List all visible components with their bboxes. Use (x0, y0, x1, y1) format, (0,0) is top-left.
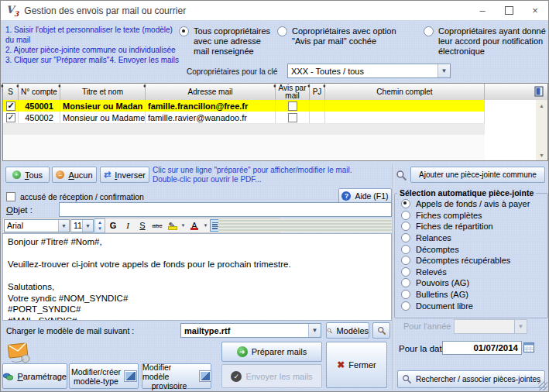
chevron-down-icon[interactable]: ▼ (308, 324, 321, 337)
column-handle-icon[interactable]: ♦ (58, 82, 61, 90)
radio-button-icon[interactable] (277, 26, 287, 36)
step-down-icon[interactable]: ▼ (95, 225, 105, 232)
radio-button-icon[interactable] (401, 256, 410, 265)
close-window-label: Fermer (348, 360, 376, 370)
radio-all-owners[interactable]: Tous copropriétaires avec une adresse ma… (179, 26, 278, 57)
italic-button[interactable]: I (121, 219, 135, 232)
date-input[interactable]: 01/07/2014 (442, 341, 522, 355)
column-handle-icon[interactable]: ♦ (143, 82, 146, 90)
column-header-account[interactable]: ♦N° compte (19, 84, 60, 100)
group-title: Sélection automatique pièce-jointe (397, 188, 536, 198)
radio-button-icon[interactable] (401, 245, 410, 254)
invert-selection-button[interactable]: ⇄ Inverser (100, 167, 149, 183)
column-header-avis[interactable]: ♦Avis par mail (276, 84, 310, 100)
radio-button-icon[interactable] (401, 199, 410, 208)
strikethrough-button[interactable]: abc (150, 219, 164, 232)
scroll-up-icon[interactable]: ▲ (536, 100, 547, 111)
step-up-icon[interactable]: ▲ (95, 219, 105, 226)
radio-button-icon[interactable] (401, 267, 410, 277)
radio-button-icon[interactable] (401, 211, 410, 220)
magnifier-icon (377, 326, 386, 335)
attachment-option-relances[interactable]: Relances (395, 232, 547, 244)
attachment-option-fiches-completes[interactable]: Fiches complètes (395, 210, 547, 222)
ack-checkbox[interactable] (6, 192, 15, 201)
table-empty-area (485, 100, 537, 160)
chevron-down-icon[interactable]: ▼ (437, 64, 450, 77)
minimize-button[interactable]: – (469, 1, 496, 20)
table-row[interactable]: 450002 Monsieur ou Madame famille.ravier… (3, 112, 485, 124)
chevron-down-icon[interactable]: ▼ (82, 220, 93, 232)
table-options-icon[interactable] (534, 86, 544, 98)
edit-template-type-button[interactable]: Modifier/créer modèle-type (69, 363, 139, 389)
scroll-down-icon[interactable]: ▼ (536, 150, 547, 160)
radio-button-icon[interactable] (401, 233, 410, 242)
subject-input[interactable] (59, 202, 392, 217)
highlight-color-dropdown[interactable]: ▼ (180, 219, 187, 232)
column-header-path[interactable]: ♦Chemin complet (325, 84, 485, 100)
settings-button[interactable]: Paramétrage (2, 363, 67, 389)
image-icon (125, 371, 136, 381)
help-button[interactable]: ? Aide (F1) (338, 188, 392, 204)
maximize-button[interactable] (496, 1, 522, 20)
font-family-combobox[interactable]: Arial ▼ (4, 219, 70, 232)
resize-grip[interactable] (538, 381, 547, 390)
attachment-option-bulletins[interactable]: Bulletins (AG) (395, 289, 547, 301)
attachment-option-releves[interactable]: Relevés (395, 266, 547, 278)
radio-button-icon[interactable] (401, 301, 410, 311)
bold-button[interactable]: G (106, 219, 120, 232)
radio-button-icon[interactable] (401, 278, 410, 287)
column-handle-icon[interactable]: ♦ (323, 82, 326, 90)
search-model-button[interactable] (372, 322, 390, 339)
magnifier-icon (402, 374, 412, 384)
radio-button-icon[interactable] (424, 26, 434, 36)
column-handle-icon[interactable]: ♦ (1, 82, 4, 90)
attachment-option-pouvoirs[interactable]: Pouvoirs (AG) (395, 277, 547, 289)
underline-button[interactable]: S (136, 219, 149, 232)
column-handle-icon[interactable]: ♦ (16, 82, 19, 90)
radio-button-icon[interactable] (179, 26, 189, 36)
radio-button-icon[interactable] (401, 222, 410, 231)
key-filter-combobox[interactable]: XXX - Toutes / tous ▼ (287, 64, 451, 78)
radio-button-icon[interactable] (401, 290, 410, 299)
attachment-option-decomptes[interactable]: Décomptes (395, 243, 547, 255)
avis-par-mail-checkbox[interactable] (288, 113, 297, 122)
column-handle-icon[interactable]: ♦ (307, 82, 311, 90)
column-handle-icon[interactable]: ♦ (273, 82, 276, 90)
font-color-dropdown[interactable]: ▼ (202, 219, 209, 232)
select-all-button[interactable]: + Tous (5, 167, 50, 183)
font-color-button[interactable]: A (187, 219, 201, 232)
table-scrollbar[interactable]: ▲ ▼ (536, 100, 547, 160)
close-button[interactable]: × (522, 1, 548, 20)
radio-avis-par-mail[interactable]: Copropriétaires avec option "Avis par ma… (277, 26, 415, 46)
row-select-checkbox[interactable] (6, 101, 15, 111)
close-window-button[interactable]: ✖ Fermer (326, 342, 387, 388)
prepare-mails-button[interactable]: ➜ Préparer mails (221, 342, 322, 362)
size-stepper[interactable]: ▲▼ (94, 218, 105, 233)
edit-provisional-template-button[interactable]: Modifier modèle provisoire (142, 363, 211, 389)
avis-par-mail-checkbox[interactable] (288, 101, 297, 111)
attachment-option-appels[interactable]: Appels de fonds / avis à payer (395, 198, 547, 210)
mail-body-editor[interactable]: Bonjour #Titre# #Nom#, Veuillez-trouver … (2, 233, 392, 321)
radio-accord-notification[interactable]: Copropriétaires ayant donné leur accord … (424, 26, 546, 57)
models-button[interactable]: Modèles (326, 322, 369, 339)
hint-text: Clic sur une ligne "préparée" pour affic… (153, 166, 385, 184)
highlight-color-button[interactable]: ✎ (165, 219, 179, 232)
attachment-option-decomptes-recup[interactable]: Décomptes récupérables (395, 255, 547, 266)
send-mails-button[interactable]: ✓ Envoyer les mails (221, 364, 322, 388)
search-associate-attachments-button[interactable]: Rechercher / associer pièces-jointes (397, 370, 545, 388)
subject-label: Objet : (6, 205, 33, 215)
calendar-icon[interactable] (523, 342, 534, 354)
table-row[interactable]: 450001 Monsieur ou Madan famille.francil… (3, 100, 485, 112)
year-label: Pour l'année (403, 322, 451, 331)
add-common-attachment-button[interactable]: Ajouter une pièce-jointe commune (410, 167, 545, 183)
column-header-email[interactable]: ♦Adresse mail (146, 84, 276, 100)
attachment-option-fiches-repartition[interactable]: Fiches de répartition (395, 221, 547, 232)
template-combobox[interactable]: mailtype.rtf ▼ (180, 323, 321, 338)
attachment-option-document-libre[interactable]: Document libre (395, 300, 547, 311)
chevron-down-icon[interactable]: ▼ (58, 220, 69, 232)
font-size-combobox[interactable]: 11 ▼ (70, 219, 94, 232)
select-none-button[interactable]: – Aucun (52, 167, 97, 183)
column-header-name[interactable]: ♦Titre et nom (60, 84, 146, 100)
ack-checkbox-row[interactable]: accusé de réception / confirmation (6, 192, 144, 201)
row-select-checkbox[interactable] (6, 113, 15, 122)
